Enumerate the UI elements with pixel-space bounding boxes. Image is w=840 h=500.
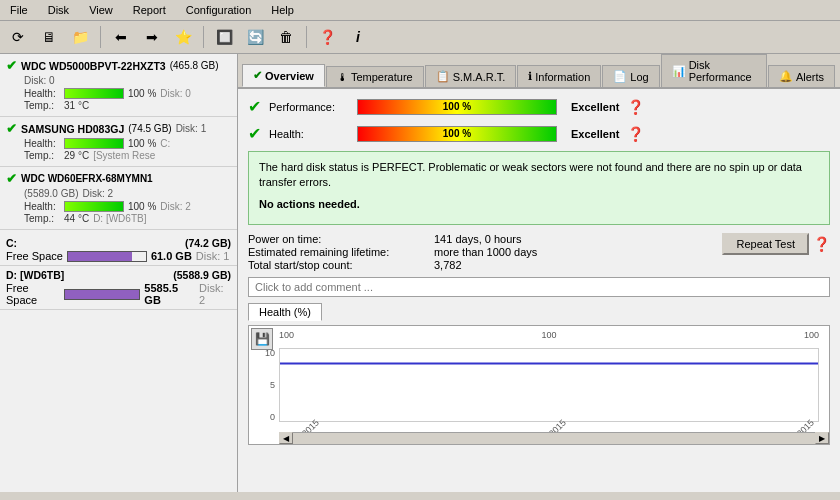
disk-2-disknum: Disk: 2 — [82, 188, 113, 199]
disk-2-temp-label: Temp.: — [24, 213, 60, 224]
disk-entry-2[interactable]: ✔ WDC WD60EFRX-68MYMN1 (5589.0 GB) Disk:… — [0, 167, 237, 230]
top-label-0: 100 — [279, 330, 294, 340]
menu-view[interactable]: View — [83, 2, 119, 18]
performance-status: Excellent — [571, 101, 619, 113]
volume-c-bar — [67, 251, 147, 262]
volume-d-free-gb: 5585.5 GB — [144, 282, 195, 306]
tab-overview-icon: ✔ — [253, 69, 262, 82]
toolbar-refresh[interactable]: ⟳ — [4, 24, 32, 50]
chart-toolbar: 💾 — [251, 328, 273, 350]
disk-0-name: WDC WD5000BPVT-22HXZT3 — [21, 60, 166, 72]
disk-1-health-fill — [65, 139, 123, 148]
main-container: ✔ WDC WD5000BPVT-22HXZT3 (465.8 GB) Disk… — [0, 54, 840, 492]
tab-disk-performance-label: Disk Performance — [689, 59, 756, 83]
volume-c[interactable]: C: (74.2 GB) Free Space 61.0 GB Disk: 1 — [0, 234, 237, 266]
toolbar-disk[interactable]: 🖥 — [35, 24, 63, 50]
disk-0-health-fill — [65, 89, 123, 98]
volume-d-capacity: (5588.9 GB) — [173, 269, 231, 281]
chart-y-axis: 10 5 0 — [249, 348, 277, 422]
performance-bar: 100 % — [357, 99, 557, 115]
menu-report[interactable]: Report — [127, 2, 172, 18]
disk-0-temp-value: 31 °C — [64, 100, 89, 111]
tab-smart-label: S.M.A.R.T. — [453, 71, 506, 83]
disk-1-temp-label: Temp.: — [24, 150, 60, 161]
tab-smart[interactable]: 📋 S.M.A.R.T. — [425, 65, 517, 87]
tab-alerts[interactable]: 🔔 Alerts — [768, 65, 835, 87]
toolbar-star[interactable]: ⭐ — [169, 24, 197, 50]
disk-entry-1[interactable]: ✔ SAMSUNG HD083GJ (74.5 GB) Disk: 1 Heal… — [0, 117, 237, 167]
volume-d-letter: D: [WD6TB] — [6, 269, 64, 281]
volume-d-bar — [64, 289, 140, 300]
chart-svg — [280, 349, 818, 421]
toolbar-repair[interactable]: 🔄 — [241, 24, 269, 50]
repeat-test-help-icon[interactable]: ❓ — [813, 236, 830, 252]
disk-entry-0[interactable]: ✔ WDC WD5000BPVT-22HXZT3 (465.8 GB) Disk… — [0, 54, 237, 117]
disk-1-name: SAMSUNG HD083GJ — [21, 123, 124, 135]
toolbar-erase[interactable]: 🗑 — [272, 24, 300, 50]
disk-1-extra: [System Rese — [93, 150, 155, 161]
repeat-test-button[interactable]: Repeat Test — [722, 233, 809, 255]
toolbar-scan[interactable]: 🔲 — [210, 24, 238, 50]
menu-file[interactable]: File — [4, 2, 34, 18]
disk-0-health-row: Health: 100 % Disk: 0 — [24, 88, 231, 99]
disk-1-temp-row: Temp.: 29 °C [System Rese — [24, 150, 231, 161]
tab-overview[interactable]: ✔ Overview — [242, 64, 325, 87]
disk-2-drive: Disk: 2 — [160, 201, 191, 212]
comment-input[interactable] — [248, 277, 830, 297]
top-label-1: 100 — [541, 330, 556, 340]
tab-information-label: Information — [535, 71, 590, 83]
toolbar-folder[interactable]: 📁 — [66, 24, 94, 50]
disk-2-check-icon: ✔ — [6, 171, 17, 186]
scroll-left-btn[interactable]: ◀ — [279, 432, 293, 444]
toolbar: ⟳ 🖥 📁 ⬅ ➡ ⭐ 🔲 🔄 🗑 ❓ i — [0, 21, 840, 54]
scroll-right-btn[interactable]: ▶ — [815, 432, 829, 444]
disk-0-temp-label: Temp.: — [24, 100, 60, 111]
disk-0-check-icon: ✔ — [6, 58, 17, 73]
volume-d[interactable]: D: [WD6TB] (5588.9 GB) Free Space 5585.5… — [0, 266, 237, 310]
disk-1-health-label: Health: — [24, 138, 60, 149]
toolbar-about[interactable]: i — [344, 24, 372, 50]
menu-disk[interactable]: Disk — [42, 2, 75, 18]
toolbar-arrow1[interactable]: ⬅ — [107, 24, 135, 50]
menu-configuration[interactable]: Configuration — [180, 2, 257, 18]
performance-help-icon[interactable]: ❓ — [627, 99, 644, 115]
disk-0-health-bar — [64, 88, 124, 99]
disk-0-disknum: Disk: 0 — [24, 75, 231, 86]
tab-log[interactable]: 📄 Log — [602, 65, 659, 87]
content-area: ✔ Performance: 100 % Excellent ❓ ✔ Healt… — [238, 89, 840, 492]
chart-tab-bar: Health (%) — [248, 303, 830, 321]
tab-temperature[interactable]: 🌡 Temperature — [326, 66, 424, 87]
health-label: Health: — [269, 128, 349, 140]
tab-alerts-label: Alerts — [796, 71, 824, 83]
tab-alerts-icon: 🔔 — [779, 70, 793, 83]
health-metric: ✔ Health: 100 % Excellent ❓ — [248, 124, 830, 143]
toolbar-arrow2[interactable]: ➡ — [138, 24, 166, 50]
disk-1-capacity: (74.5 GB) — [128, 123, 171, 134]
chart-save-icon[interactable]: 💾 — [251, 328, 273, 350]
chart-tab-health[interactable]: Health (%) — [248, 303, 322, 321]
toolbar-help[interactable]: ❓ — [313, 24, 341, 50]
menu-help[interactable]: Help — [265, 2, 300, 18]
tab-disk-performance[interactable]: 📊 Disk Performance — [661, 54, 767, 87]
disk-1-health-row: Health: 100 % C: — [24, 138, 231, 149]
estimated-label: Estimated remaining lifetime: — [248, 246, 428, 258]
tab-smart-icon: 📋 — [436, 70, 450, 83]
chart-scrollbar: ◀ ▶ — [279, 432, 829, 444]
disk-1-drive: C: — [160, 138, 170, 149]
health-help-icon[interactable]: ❓ — [627, 126, 644, 142]
volume-d-fill — [65, 290, 138, 299]
disk-0-health-pct: 100 % — [128, 88, 156, 99]
tab-temp-icon: 🌡 — [337, 71, 348, 83]
volume-c-capacity: (74.2 GB) — [185, 237, 231, 249]
tab-information[interactable]: ℹ Information — [517, 65, 601, 87]
volume-c-fill — [68, 252, 132, 261]
performance-check-icon: ✔ — [248, 97, 261, 116]
power-on-label: Power on time: — [248, 233, 428, 245]
disk-2-health-fill — [65, 202, 123, 211]
scroll-track — [293, 432, 815, 444]
y-label-0: 0 — [270, 412, 275, 422]
performance-metric: ✔ Performance: 100 % Excellent ❓ — [248, 97, 830, 116]
disk-0-temp-row: Temp.: 31 °C — [24, 100, 231, 111]
volume-d-free-label: Free Space — [6, 282, 60, 306]
left-panel: ✔ WDC WD5000BPVT-22HXZT3 (465.8 GB) Disk… — [0, 54, 238, 492]
